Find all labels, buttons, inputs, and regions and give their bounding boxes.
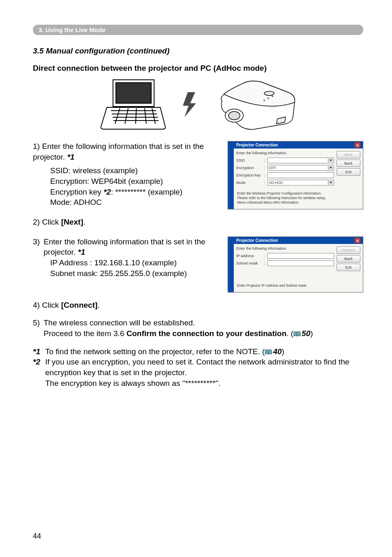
dialog-footer: Enter Projector IP Address and Subnet ma…	[234, 281, 363, 292]
exit-button[interactable]: Exit	[337, 264, 360, 271]
dialog-title: Projector Connection	[236, 143, 278, 147]
dialog-ip-config: Projector Connection x Enter the followi…	[228, 237, 363, 292]
footnote-1: *1 To find the network setting on the pr…	[33, 346, 363, 357]
subnet-input[interactable]	[267, 260, 334, 266]
flash-icon	[179, 90, 203, 119]
illustration-row	[33, 78, 363, 131]
mode-select[interactable]: AD-HOC	[267, 180, 334, 186]
step-3: 3) Enter the following information that …	[33, 237, 215, 258]
dialog-wireless-config: Projector Connection x Enter the followi…	[228, 141, 363, 209]
step-3-details: IP Address : 192.168.1.10 (example) Subn…	[33, 258, 215, 278]
ssid-label: SSID	[236, 158, 264, 162]
next-button[interactable]: Next	[337, 151, 360, 158]
projector-icon	[216, 78, 298, 131]
exit-button[interactable]: Exit	[337, 168, 360, 176]
dialog-instruction: Enter the following information.	[236, 151, 334, 155]
sub-heading: 3.5 Manual configuration (continued)	[33, 46, 363, 56]
page-number: 44	[33, 532, 41, 541]
encryption-key-label: Encryption key	[236, 173, 264, 177]
svg-point-12	[263, 100, 265, 101]
back-button[interactable]: Back	[337, 160, 360, 167]
ip-input[interactable]	[267, 253, 334, 259]
encryption-label: Encryption	[236, 166, 264, 170]
step-2: 2) Click [Next].	[33, 217, 363, 227]
section-bar: 3. Using the Live Mode	[33, 25, 363, 35]
encryption-key-input[interactable]	[267, 172, 334, 178]
step-5: 5) The wireless connection will be estab…	[33, 318, 363, 339]
back-button[interactable]: Back	[337, 255, 360, 262]
step-1: 1) Enter the following information that …	[33, 141, 215, 162]
dialog-footer: Enter the Wireless Projector Configurati…	[234, 189, 363, 209]
book-icon	[265, 349, 272, 355]
dialog-instruction: Enter the following information.	[236, 246, 334, 251]
connect-button[interactable]: Connect	[337, 246, 360, 254]
book-icon	[293, 331, 301, 337]
step-4: 4) Click [Connect].	[33, 300, 363, 311]
step-1-details: SSID: wireless (example) Encryption: WEP…	[33, 165, 215, 208]
sub-sub-heading: Direct connection between the projector …	[33, 64, 363, 73]
close-icon[interactable]: x	[355, 238, 360, 243]
svg-point-10	[228, 111, 240, 120]
svg-point-13	[267, 97, 269, 99]
svg-point-14	[272, 95, 273, 97]
encryption-select[interactable]: OFF	[267, 165, 334, 171]
dialog-title: Projector Connection	[236, 238, 278, 243]
subnet-label: Subnet mask	[236, 261, 264, 265]
laptop-icon	[99, 78, 166, 131]
ssid-input[interactable]	[267, 158, 334, 163]
mode-label: Mode	[236, 181, 264, 185]
ip-label: IP address	[236, 254, 264, 258]
close-icon[interactable]: x	[355, 142, 360, 148]
svg-point-11	[264, 91, 274, 95]
footnote-2: *2 If you use an encryption, you need to…	[33, 357, 363, 388]
